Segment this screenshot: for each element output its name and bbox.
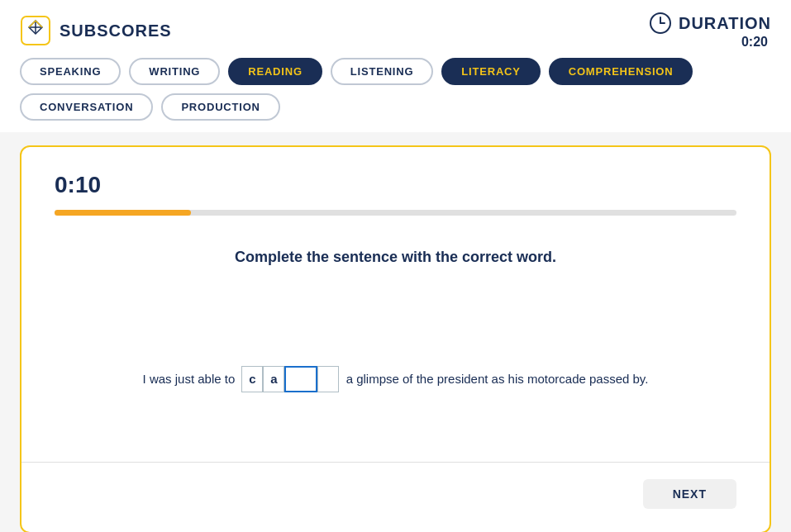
duration-area: DURATION 0:20 — [649, 12, 771, 50]
timer-display: 0:10 — [55, 172, 736, 198]
progress-bar-container — [55, 210, 736, 216]
header: SUBSCORES DURATION 0:20 — [0, 0, 791, 50]
next-button[interactable]: NEXT — [643, 479, 736, 509]
content-body: 0:10 Complete the sentence with the corr… — [55, 172, 736, 462]
question-instruction: Complete the sentence with the correct w… — [55, 249, 736, 266]
logo-icon — [20, 15, 51, 46]
logo-area: SUBSCORES — [20, 15, 172, 46]
tab-reading[interactable]: READING — [228, 58, 322, 85]
sentence-area: I was just able to c a a glimpse of the … — [55, 296, 736, 462]
tab-literacy[interactable]: LITERACY — [441, 58, 540, 85]
duration-label: DURATION — [679, 14, 771, 33]
letter-input-1[interactable] — [284, 366, 317, 392]
main-card: 0:10 Complete the sentence with the corr… — [20, 145, 771, 532]
letter-a: a — [263, 366, 284, 392]
sentence-before: I was just able to — [143, 372, 236, 386]
sentence-after: a glimpse of the president as his motorc… — [346, 372, 649, 386]
duration-time: 0:20 — [741, 35, 771, 50]
progress-bar-fill — [55, 210, 191, 216]
nav-tabs: SPEAKING WRITING READING LISTENING LITER… — [0, 50, 791, 132]
tab-speaking[interactable]: SPEAKING — [20, 58, 121, 85]
tab-listening[interactable]: LISTENING — [331, 58, 434, 85]
tab-writing[interactable]: WRITING — [129, 58, 220, 85]
app-title: SUBSCORES — [60, 21, 172, 40]
bottom-actions: NEXT — [55, 479, 736, 509]
clock-icon — [649, 12, 672, 35]
divider — [21, 462, 770, 463]
word-group: c a — [241, 366, 339, 392]
tab-conversation[interactable]: CONVERSATION — [20, 93, 153, 121]
letter-c: c — [241, 366, 263, 392]
tab-comprehension[interactable]: COMPREHENSION — [549, 58, 693, 85]
tab-production[interactable]: PRODUCTION — [161, 93, 279, 121]
letter-blank — [317, 366, 339, 392]
